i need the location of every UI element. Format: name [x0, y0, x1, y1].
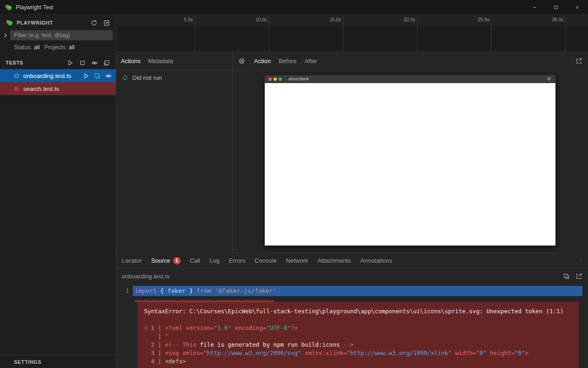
timeline-gridline	[417, 15, 418, 52]
actions-panel: Actions Metadata Did not run	[116, 52, 233, 253]
tab-console[interactable]: Console	[250, 253, 281, 268]
playwright-logo-icon	[5, 4, 12, 11]
did-not-run-row: Did not run	[116, 71, 232, 85]
test-row-onboarding-test-ts[interactable]: onboarding.test.ts	[0, 69, 116, 82]
sidebar-title: PLAYWRIGHT	[17, 20, 53, 26]
window-title: Playwright Test	[16, 4, 53, 11]
failed-icon	[13, 85, 20, 92]
error-frame-line: SyntaxError: C:\Courses\EpicWeb\full-sta…	[144, 307, 572, 316]
tab-label: Source	[151, 257, 170, 264]
tab-label: Locator	[122, 257, 142, 264]
play-icon[interactable]	[83, 72, 90, 79]
collapse-all-icon[interactable]	[103, 59, 110, 66]
tests-section-header: TESTS	[0, 56, 116, 69]
tab-metadata[interactable]: Metadata	[148, 58, 173, 65]
close-icon	[575, 5, 580, 10]
snapshot-tab-bar: Action Before After	[233, 52, 588, 71]
timeline-tick-label: 30.0s	[552, 17, 565, 22]
browser-url: about:blank	[288, 77, 309, 81]
test-row-search-test-ts[interactable]: search.test.ts	[0, 82, 116, 95]
tab-log[interactable]: Log	[205, 253, 224, 268]
browser-page	[265, 83, 555, 245]
sidebar-header: PLAYWRIGHT	[0, 16, 116, 29]
red-squiggle-artifact	[44, 365, 86, 368]
tab-label: Attachments	[317, 257, 351, 264]
line-number: 1	[116, 287, 133, 294]
tab-errors[interactable]: Errors	[224, 253, 250, 268]
eye-icon[interactable]	[91, 59, 98, 66]
tab-network[interactable]: Network	[281, 253, 313, 268]
tests-toolbar	[67, 59, 110, 66]
status-filter-line[interactable]: Status:allProjects:all	[0, 41, 116, 52]
browser-snapshot: about:blank	[265, 75, 555, 246]
tab-actions[interactable]: Actions	[121, 58, 141, 65]
filter-input[interactable]	[10, 30, 113, 40]
tab-after[interactable]: After	[304, 58, 317, 65]
status-label: Status:	[14, 44, 32, 51]
tab-label: Network	[286, 257, 308, 264]
timeline-tick-label: 20.0s	[404, 17, 417, 22]
playwright-logo-icon	[6, 19, 13, 26]
source-code-line: import { faker } from '@faker-js/faker'	[133, 286, 582, 296]
tab-label: Annotations	[360, 257, 392, 264]
tab-action[interactable]: Action	[254, 58, 271, 65]
eye-icon[interactable]	[105, 72, 112, 79]
tab-label: Console	[255, 257, 277, 264]
external-link-icon[interactable]	[575, 58, 582, 65]
bottom-panel: LocatorSource1CallLogErrorsConsoleNetwor…	[116, 253, 588, 368]
source-file-name: onboarding.test.ts	[122, 273, 170, 280]
split-view-icon[interactable]	[580, 257, 587, 264]
timeline-tick-label: 10.0s	[255, 17, 268, 22]
timeline-gridline	[565, 15, 566, 52]
timeline[interactable]: 5.0s10.0s15.0s20.0s25.0s30.0s	[116, 15, 588, 52]
did-not-run-label: Did not run	[132, 74, 162, 81]
external-link-icon[interactable]	[575, 273, 582, 280]
bottom-tabs: LocatorSource1CallLogErrorsConsoleNetwor…	[117, 253, 397, 268]
test-name: onboarding.test.ts	[23, 72, 71, 79]
settings-label: SETTINGS	[14, 359, 41, 365]
tab-label: Call	[190, 257, 200, 264]
playwright-test-window: Playwright Test PLAYWRIGHT Status:allPro…	[0, 0, 588, 368]
minimize-icon	[532, 5, 537, 10]
timeline-gridline	[491, 15, 491, 52]
timeline-tick-label: 5.0s	[184, 17, 195, 22]
error-frame-line: | ^	[144, 332, 572, 341]
copy-icon[interactable]	[563, 273, 570, 280]
tab-source[interactable]: Source1	[146, 253, 185, 268]
window-controls	[524, 0, 588, 14]
source-view[interactable]: 1 import { faker } from '@faker-js/faker…	[116, 284, 588, 368]
snapshot-panel: Action Before After about:blank	[233, 52, 588, 253]
sidebar: PLAYWRIGHT Status:allProjects:all TESTS …	[0, 15, 116, 368]
error-frame-line: 4 | <defs>	[144, 357, 572, 366]
close-button[interactable]	[567, 0, 588, 14]
timeline-tick-label: 25.0s	[478, 17, 491, 22]
titlebar: Playwright Test	[0, 0, 588, 15]
source-icon[interactable]	[94, 72, 101, 79]
circle-icon	[13, 72, 20, 79]
traffic-light-close	[268, 77, 272, 81]
chevron-right-icon[interactable]	[2, 32, 9, 39]
maximize-icon	[553, 5, 559, 10]
tests-title: TESTS	[6, 60, 23, 65]
timeline-track	[116, 26, 588, 52]
tab-call[interactable]: Call	[185, 253, 205, 268]
maximize-button[interactable]	[545, 0, 567, 14]
menu-icon	[546, 76, 552, 82]
error-frame-line: 3 | <svg xmlns="http://www.w3.org/2000/s…	[144, 349, 572, 357]
error-box: SyntaxError: C:\Courses\EpicWeb\full-sta…	[137, 302, 579, 368]
stop-icon[interactable]	[79, 59, 86, 66]
error-frame-line: > 1 | <?xml version="1.0" encoding="UTF-…	[144, 324, 572, 332]
play-icon[interactable]	[67, 59, 74, 66]
test-name: search.test.ts	[23, 85, 59, 92]
tab-annotations[interactable]: Annotations	[356, 253, 397, 268]
tab-before[interactable]: Before	[279, 58, 296, 65]
open-in-window-icon[interactable]	[103, 19, 110, 26]
minimize-button[interactable]	[524, 0, 545, 14]
tab-attachments[interactable]: Attachments	[313, 253, 355, 268]
tab-locator[interactable]: Locator	[117, 253, 146, 268]
timeline-gridline	[195, 15, 195, 52]
source-toolbar-actions	[563, 273, 582, 280]
tab-label: Log	[209, 257, 220, 264]
reload-icon[interactable]	[91, 19, 98, 26]
target-icon[interactable]	[238, 58, 245, 65]
